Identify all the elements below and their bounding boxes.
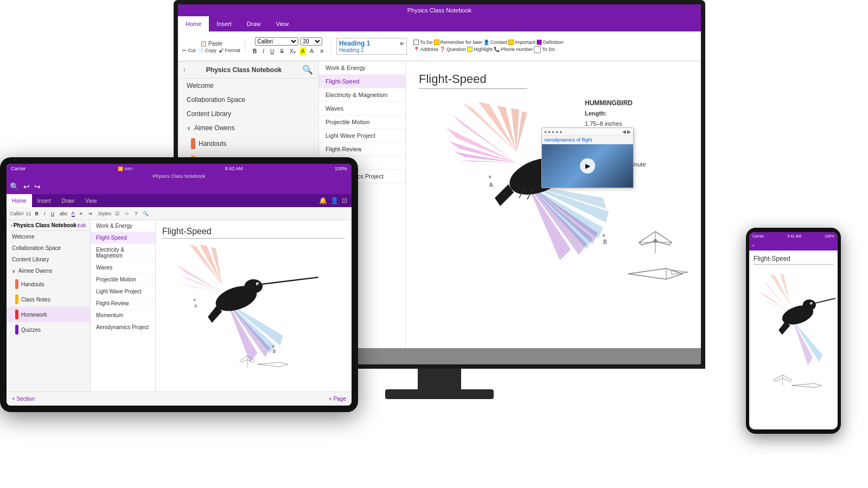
tablet-tab-insert[interactable]: Insert [32, 194, 56, 207]
tablet-search-icon[interactable]: 🔍 [10, 182, 19, 191]
underline-button[interactable]: U [268, 47, 276, 55]
font-size-select[interactable]: 20 [301, 37, 322, 46]
page-lightwave[interactable]: Light Wave Project [319, 129, 405, 143]
tag-todo2[interactable]: To Do [534, 46, 555, 53]
video-play-area[interactable]: ▶ [542, 144, 633, 188]
bold-button[interactable]: B [251, 47, 259, 55]
tag-important[interactable]: Important [508, 40, 535, 45]
tag-contact[interactable]: 👤 Contact [483, 40, 507, 45]
page-waves[interactable]: Waves [319, 102, 405, 115]
heading1-style[interactable]: Heading 1 ▶ [339, 40, 404, 47]
tablet-italic-btn[interactable]: I [42, 210, 47, 217]
section-content[interactable]: Content Library [178, 107, 318, 121]
tablet-page-projectile[interactable]: Projectile Motion [91, 274, 155, 286]
tablet-user-icon[interactable]: 👤 [330, 197, 339, 204]
tag-question[interactable]: ❓ Question [439, 46, 466, 53]
font-family-select[interactable]: Calibri [255, 37, 298, 46]
highlight-button[interactable]: A [299, 47, 307, 55]
tablet-page-momentum[interactable]: Momentum [91, 310, 155, 322]
tab-home[interactable]: Home [178, 16, 209, 31]
page-flight-speed[interactable]: Flight-Speed [319, 75, 405, 88]
phone-back-button[interactable]: ‹ [752, 242, 754, 248]
tablet-sec-collaboration[interactable]: Collaboration Space [7, 242, 90, 254]
tablet-underline-btn[interactable]: U [49, 210, 56, 217]
heading2-style[interactable]: Heading 2 [339, 47, 404, 53]
play-button[interactable]: ▶ [580, 158, 595, 174]
tablet-tab-draw[interactable]: Draw [56, 194, 80, 207]
font-color-button[interactable]: A [308, 47, 316, 55]
tablet-bell-icon[interactable]: 🔔 [319, 197, 327, 204]
video-prev-icon[interactable]: ◀ [622, 129, 626, 134]
page-electricity[interactable]: Electricity & Magnetism [319, 88, 405, 102]
tag-phone[interactable]: 📞 Phone number [494, 46, 533, 53]
tag-remember[interactable]: Remember for later [434, 40, 483, 45]
tablet-sec-content[interactable]: Content Library [7, 254, 90, 265]
tablet-tab-view[interactable]: View [80, 194, 103, 207]
sidebar-back-button[interactable]: ‹ [183, 66, 186, 74]
format-button[interactable]: 🖌 Format [219, 48, 240, 53]
tablet-page-workenergy[interactable]: Work & Energy [91, 220, 155, 232]
tablet-search-content-btn[interactable]: 🔍 [141, 210, 150, 217]
tablet-sec-quizzes[interactable]: Quizzes [7, 322, 90, 337]
desktop-ribbon: Home Insert Draw View [178, 16, 701, 61]
tag-definition[interactable]: Definition [537, 40, 564, 45]
section-welcome[interactable]: Welcome [178, 79, 318, 93]
tablet-bold-btn[interactable]: B [34, 210, 41, 217]
section-collapse-icon: ∨ [187, 125, 191, 132]
add-page-button[interactable]: + Page [329, 396, 346, 402]
section-collaboration[interactable]: Collaboration Space [178, 93, 318, 107]
tag-address[interactable]: 📍 Address [413, 46, 438, 53]
clear-format-button[interactable]: ✕ [317, 47, 326, 55]
cut-button[interactable]: ✂ Cut [182, 48, 196, 53]
tablet-sec-classnotes[interactable]: Class Notes [7, 292, 90, 307]
subscript-button[interactable]: X₂ [288, 47, 298, 55]
page-flight-review[interactable]: Flight-Review [319, 143, 405, 156]
tablet-back-arrow[interactable]: ‹ [11, 223, 12, 228]
tablet-expand-icon[interactable]: ⊡ [342, 197, 347, 204]
tablet-indent-btn[interactable]: ⇥ [86, 210, 94, 217]
phone-note-area[interactable]: Flight-Speed [749, 251, 838, 429]
tablet-page-electricity[interactable]: Electricity & Magnetism [91, 244, 155, 262]
tablet-page-waves[interactable]: Waves [91, 262, 155, 274]
tablet-page-flightreview[interactable]: Flight-Review [91, 298, 155, 310]
tablet-sec-homework[interactable]: Homework [7, 307, 90, 322]
tablet-abc-btn[interactable]: abc [58, 210, 69, 217]
video-title[interactable]: Aerodynamics of flight [542, 136, 633, 144]
add-section-button[interactable]: + Section [12, 396, 35, 402]
tablet-sec-welcome[interactable]: Welcome [7, 231, 90, 242]
copy-button[interactable]: 📄 Copy [198, 48, 217, 53]
video-thumbnail[interactable]: ● ● ● ● ● ◀ ▶ Aerodynamics of flight ▶ [541, 127, 634, 188]
phone-time: 9:41 AM [787, 234, 801, 238]
tablet-star-btn[interactable]: ☆ [123, 210, 131, 217]
tablet-sec-handouts[interactable]: Handouts [7, 277, 90, 292]
tablet-edit-button[interactable]: Edit [77, 223, 86, 228]
tablet-note-content[interactable]: Flight-Speed [156, 220, 352, 391]
tablet-page-flightspeed[interactable]: Flight-Speed [91, 232, 155, 244]
tablet-tab-home[interactable]: Home [7, 194, 32, 207]
page-projectile[interactable]: Projectile Motion [319, 115, 405, 129]
tag-todo[interactable]: To Do [413, 40, 433, 45]
tablet-help-btn[interactable]: ? [133, 210, 139, 217]
tablet-page-aerodynamics[interactable]: Aerodynamics Project [91, 322, 155, 333]
sidebar-search-icon[interactable]: 🔍 [302, 65, 313, 75]
page-work-energy[interactable]: Work & Energy [319, 61, 405, 75]
tablet-page-lightwave[interactable]: Light Wave Project [91, 286, 155, 298]
tab-view[interactable]: View [269, 16, 297, 31]
strikethrough-button[interactable]: S [278, 47, 286, 55]
tag-highlight[interactable]: Highlight [467, 46, 493, 53]
tab-draw[interactable]: Draw [239, 16, 269, 31]
section-aimee[interactable]: ∨ Aimee Owens [178, 121, 318, 135]
tablet-undo-icon[interactable]: ↩ [23, 182, 30, 191]
tab-insert[interactable]: Insert [209, 16, 239, 31]
note-area[interactable]: Flight-Speed [406, 61, 701, 348]
tablet-underline-color-btn[interactable]: A [72, 210, 75, 217]
section-handouts[interactable]: Handouts [178, 135, 318, 152]
tablet-sec-aimee[interactable]: ∨ Aimee Owens [7, 265, 90, 277]
tablet-list-btn[interactable]: ≡ [78, 210, 84, 217]
video-next-icon[interactable]: ▶ [627, 129, 631, 134]
tablet-redo-icon[interactable]: ↪ [34, 182, 41, 191]
paste-button[interactable]: 📋 Paste [198, 40, 224, 48]
italic-button[interactable]: I [260, 47, 266, 55]
todo-checkbox[interactable] [534, 46, 541, 53]
tablet-checkbox-btn[interactable]: ☑ [113, 210, 121, 217]
